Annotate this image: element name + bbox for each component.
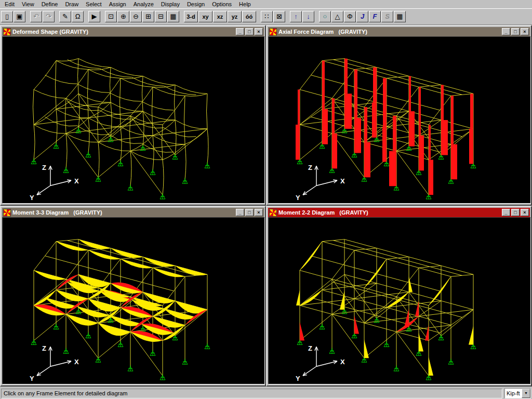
edit-draw-icon: ✎	[62, 11, 68, 22]
menu-item-edit[interactable]: Edit	[1, 1, 18, 8]
minimize-button[interactable]: _	[502, 28, 510, 35]
undo-icon: ↶	[33, 11, 39, 22]
viewport-moment-2-2[interactable]: ZXY	[268, 217, 531, 384]
window-controls: _ □ ×	[236, 209, 263, 216]
mdi-client-area: Deformed Shape (GRAVITY) _ □ × ZXY Axial…	[0, 25, 532, 387]
minimize-button[interactable]: _	[502, 209, 510, 216]
close-button[interactable]: ×	[255, 209, 263, 216]
new-model-button[interactable]: ▯	[1, 11, 13, 22]
menu-item-view[interactable]: View	[18, 1, 38, 8]
assign-frame-icon: F	[373, 11, 377, 22]
sap2000-window-icon	[269, 209, 277, 217]
undo-button[interactable]: ↶	[30, 11, 42, 22]
move-down-button[interactable]: ↓	[302, 11, 314, 22]
zoom-window-button[interactable]: ⊡	[105, 11, 117, 22]
shrink-elements-button[interactable]: ∷	[261, 11, 273, 22]
run-analysis-icon: ▶	[92, 11, 97, 22]
menu-item-display[interactable]: Display	[157, 1, 183, 8]
svg-text:X: X	[340, 177, 345, 185]
sap2000-window-icon	[3, 209, 11, 217]
view-xz-button[interactable]: xz	[213, 11, 227, 22]
svg-text:Y: Y	[30, 375, 34, 382]
maximize-button[interactable]: □	[511, 28, 520, 35]
zoom-in-button[interactable]: ⊕	[117, 11, 129, 22]
zoom-in-icon: ⊕	[121, 11, 126, 22]
toolbar-separator	[286, 11, 289, 22]
viewport-axial-force[interactable]: ZXY	[268, 36, 531, 204]
zoom-out-icon: ⊖	[133, 11, 139, 22]
move-up-button[interactable]: ↑	[290, 11, 302, 22]
edit-draw-button[interactable]: ✎	[59, 11, 71, 22]
titlebar-axial-force[interactable]: Axial Force Diagram (GRAVITY) _ □ ×	[268, 27, 530, 36]
draw-ellipse-button[interactable]: ○	[319, 11, 331, 22]
assign-joint-button[interactable]: J	[356, 11, 368, 22]
draw-triangle-icon: △	[335, 11, 340, 22]
zoom-previous-icon: ⊟	[158, 11, 164, 22]
minimize-button[interactable]: _	[236, 209, 244, 216]
window-controls: _ □ ×	[502, 209, 529, 216]
object-options-button[interactable]: ⊠	[273, 11, 285, 22]
units-combobox[interactable]: Kip-ft ▼	[504, 388, 531, 398]
menu-item-select[interactable]: Select	[82, 1, 105, 8]
new-model-icon: ▯	[5, 11, 9, 22]
pan-button[interactable]: ▦	[167, 11, 179, 22]
svg-text:X: X	[74, 358, 79, 366]
maximize-button[interactable]: □	[245, 28, 254, 35]
titlebar-deformed-shape[interactable]: Deformed Shape (GRAVITY) _ □ ×	[2, 27, 264, 36]
draw-ellipse-icon: ○	[323, 11, 327, 22]
toolbar-separator	[84, 11, 88, 22]
svg-text:Y: Y	[296, 194, 300, 202]
assign-frame-button[interactable]: F	[369, 11, 381, 22]
run-analysis-button[interactable]: ▶	[88, 11, 100, 22]
maximize-button[interactable]: □	[511, 209, 520, 216]
menu-item-help[interactable]: Help	[235, 1, 255, 8]
menu-item-options[interactable]: Options	[208, 1, 235, 8]
window-controls: _ □ ×	[236, 28, 263, 35]
assign-phi-button[interactable]: Φ	[344, 11, 356, 22]
zoom-full-button[interactable]: ⊞	[142, 11, 154, 22]
titlebar-moment-2-2[interactable]: Moment 2-2 Diagram (GRAVITY) _ □ ×	[268, 208, 530, 217]
menu-item-define[interactable]: Define	[38, 1, 62, 8]
close-button[interactable]: ×	[521, 209, 529, 216]
assign-shell-button[interactable]: S	[381, 11, 393, 22]
viewport-deformed-shape[interactable]: ZXY	[2, 36, 265, 204]
show-tables-button[interactable]: ▦	[394, 11, 406, 22]
status-message: Click on any Frame Element for detailed …	[1, 389, 502, 398]
main-toolbar: ▯▣↶↷✎Ω▶⊡⊕⊖⊞⊟▦3-dxyxzyzóó∷⊠↑↓○△ΦJFS▦	[0, 8, 532, 25]
svg-text:Z: Z	[42, 164, 46, 171]
toolbar-separator	[55, 11, 59, 22]
menu-item-assign[interactable]: Assign	[105, 1, 130, 8]
pan-icon: ▦	[170, 11, 176, 22]
titlebar-moment-3-3[interactable]: Moment 3-3 Diagram (GRAVITY) _ □ ×	[2, 208, 264, 217]
redo-icon: ↷	[46, 11, 51, 22]
view-xy-button[interactable]: xy	[198, 11, 212, 22]
view-xz-icon: xz	[217, 11, 223, 22]
redo-button[interactable]: ↷	[43, 11, 55, 22]
draw-triangle-button[interactable]: △	[331, 11, 343, 22]
view-xy-icon: xy	[202, 11, 208, 22]
lock-model-button[interactable]: Ω	[72, 11, 84, 22]
view-3d-button[interactable]: 3-d	[184, 11, 198, 22]
svg-text:Y: Y	[30, 194, 34, 202]
dropdown-arrow-icon[interactable]: ▼	[522, 389, 530, 398]
view-yz-button[interactable]: yz	[228, 11, 242, 22]
menu-item-design[interactable]: Design	[183, 1, 208, 8]
save-model-button[interactable]: ▣	[14, 11, 25, 22]
viewport-moment-3-3[interactable]: ZXY	[2, 217, 265, 384]
svg-text:X: X	[340, 358, 345, 366]
zoom-out-button[interactable]: ⊖	[130, 11, 142, 22]
close-button[interactable]: ×	[255, 28, 263, 35]
object-options-icon: ⊠	[276, 11, 282, 22]
minimize-button[interactable]: _	[236, 28, 244, 35]
menu-item-draw[interactable]: Draw	[61, 1, 82, 8]
window-title: Moment 2-2 Diagram (GRAVITY)	[278, 209, 500, 216]
window-title: Moment 3-3 Diagram (GRAVITY)	[12, 209, 234, 216]
toolbar-separator	[257, 11, 260, 22]
maximize-button[interactable]: □	[245, 209, 254, 216]
move-down-icon: ↓	[307, 11, 310, 22]
perspective-button[interactable]: óó	[242, 11, 256, 22]
zoom-previous-button[interactable]: ⊟	[155, 11, 167, 22]
svg-text:X: X	[74, 177, 79, 185]
close-button[interactable]: ×	[521, 28, 529, 35]
menu-item-analyze[interactable]: Analyze	[130, 1, 157, 8]
